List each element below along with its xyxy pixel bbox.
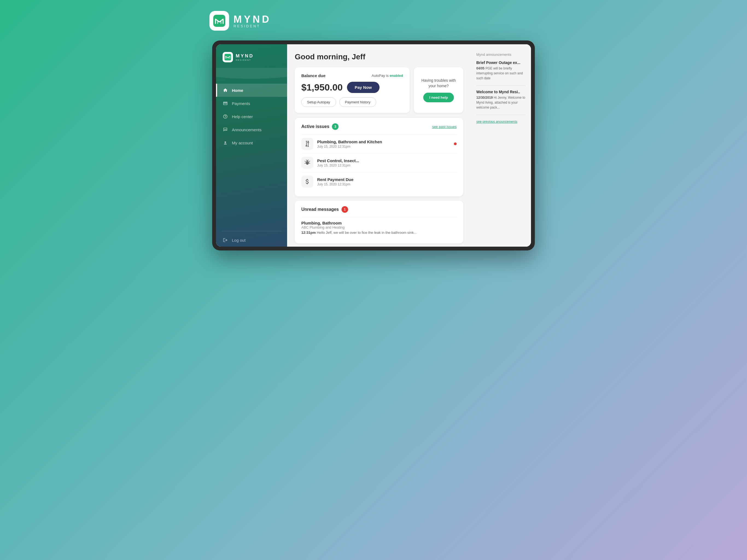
logout-button[interactable]: Log out (216, 233, 287, 247)
balance-actions: Setup Autopay Payment history (301, 97, 403, 107)
payments-icon (223, 101, 228, 106)
issue-date-plumbing: July 15, 2020 12:31pm (317, 145, 450, 149)
issue-info-pest: Pest Control, Insect... July 15, 2020 12… (317, 158, 457, 167)
tablet-inner: MYND RESIDENT Home Payments (216, 44, 531, 247)
messages-count-badge: 1 (341, 206, 348, 213)
sidebar-item-announcements[interactable]: Announcements (216, 123, 287, 136)
msg-time: 12:31pm (301, 230, 316, 235)
ann-divider-2 (476, 115, 525, 115)
help-icon (223, 114, 228, 119)
top-brand-bar: MYND RESIDENT (209, 11, 538, 31)
issue-active-dot (454, 143, 457, 145)
brand-name-text: MYND RESIDENT (233, 14, 271, 28)
payment-history-button[interactable]: Payment history (339, 97, 376, 107)
message-item-plumbing[interactable]: Plumbing, Bathroom ABC Plumbing and Heat… (301, 217, 457, 238)
svg-point-3 (307, 161, 307, 162)
issue-title-pest: Pest Control, Insect... (317, 158, 457, 163)
sidebar-item-payments[interactable]: Payments (216, 97, 287, 110)
rent-icon (301, 176, 313, 187)
logout-label: Log out (232, 238, 246, 243)
ann-date-0: 04/05 (476, 67, 485, 70)
ann-body-0: 04/05 PGE will be briefly interrupting s… (476, 66, 525, 81)
home-icon (223, 87, 228, 93)
see-prev-link[interactable]: see previous anouncements (476, 120, 517, 124)
pay-now-button[interactable]: Pay Now (347, 82, 380, 93)
msg-preview: 12:31pm Hello Jeff, we will be over to f… (301, 230, 457, 235)
sidebar-wave-decoration (216, 68, 287, 81)
sidebar: MYND RESIDENT Home Payments (216, 44, 287, 247)
brand-subtitle: RESIDENT (233, 24, 271, 28)
balance-label: Balance due (301, 73, 325, 78)
help-card: Having troubles with your home? I need h… (414, 67, 463, 113)
balance-amount: $1,950.00 (301, 82, 343, 93)
sidebar-logo: MYND RESIDENT (216, 44, 287, 68)
issue-info-rent: Rent Payment Due July 15, 2020 12:31pm (317, 177, 457, 186)
sidebar-item-help-center[interactable]: Help center (216, 110, 287, 123)
sidebar-divider (222, 231, 282, 231)
sidebar-help-label: Help center (232, 114, 253, 119)
balance-header: Balance due AutoPay is enabled (301, 73, 403, 78)
setup-autopay-button[interactable]: Setup Autopay (301, 97, 336, 107)
msg-body: Hello Jeff, we will be over to fice the … (317, 230, 416, 235)
balance-card: Balance due AutoPay is enabled $1,950.00… (295, 67, 410, 113)
issues-title: Active issues (301, 124, 329, 129)
ann-title-1: Welcome to Mynd Resi.. (476, 90, 525, 94)
i-need-help-button[interactable]: I need help (423, 93, 454, 102)
sidebar-nav: Home Payments Help center (216, 84, 287, 229)
sidebar-item-my-account[interactable]: My account (216, 136, 287, 149)
issue-date-pest: July 15, 2020 12:31pm (317, 163, 457, 167)
sidebar-item-home[interactable]: Home (216, 84, 287, 97)
announcement-item-1[interactable]: Welcome to Mynd Resi.. 12/30/2019 Hi Jen… (476, 90, 525, 110)
ann-body-1: 12/30/2019 Hi Jenny, Welcome to Mynd liv… (476, 95, 525, 110)
plumbing-icon (301, 138, 313, 150)
brand-mynd: MYND (233, 14, 271, 25)
main-content: Good morning, Jeff Balance due AutoPay i… (287, 44, 471, 247)
announcements-section-title: Mynd announcements (476, 52, 525, 57)
balance-row: $1,950.00 Pay Now (301, 82, 403, 93)
sidebar-brand-resident: RESIDENT (236, 59, 254, 61)
issue-date-rent: July 15, 2020 12:31pm (317, 182, 457, 186)
messages-header: Unread messages 1 (301, 206, 457, 213)
tablet-frame: MYND RESIDENT Home Payments (212, 41, 535, 251)
issues-title-row: Active issues 3 (301, 123, 338, 130)
svg-point-4 (308, 161, 308, 162)
sidebar-brand-mynd: MYND (236, 53, 254, 59)
right-panel: Mynd announcements Brief Power Outage ex… (471, 44, 531, 247)
sidebar-logo-box (223, 52, 233, 62)
ann-title-0: Brief Power Outage ex... (476, 60, 525, 65)
help-text: Having troubles with your home? (419, 78, 458, 88)
announcements-icon (223, 127, 228, 132)
unread-messages-card: Unread messages 1 Plumbing, Bathroom ABC… (295, 201, 463, 244)
brand-logo (209, 11, 229, 31)
sidebar-home-label: Home (232, 88, 243, 93)
sidebar-brand-text: MYND RESIDENT (236, 53, 254, 61)
messages-title-row: Unread messages 1 (301, 206, 348, 213)
messages-title: Unread messages (301, 207, 339, 212)
account-icon (223, 140, 228, 146)
issue-item-rent[interactable]: Rent Payment Due July 15, 2020 12:31pm (301, 172, 457, 191)
issue-item-plumbing[interactable]: Plumbing, Bathroom and Kitchen July 15, … (301, 134, 457, 153)
ann-divider (476, 85, 525, 86)
ann-date-1: 12/30/2019 (476, 96, 493, 100)
announcement-item-0[interactable]: Brief Power Outage ex... 04/05 PGE will … (476, 60, 525, 81)
issue-item-pest[interactable]: Pest Control, Insect... July 15, 2020 12… (301, 153, 457, 172)
svg-point-2 (306, 160, 309, 164)
msg-sender: Plumbing, Bathroom (301, 221, 457, 225)
issue-title-rent: Rent Payment Due (317, 177, 457, 182)
issues-header: Active issues 3 see past issues (301, 123, 457, 130)
issues-count-badge: 3 (332, 123, 338, 130)
autopay-enabled: enabled (390, 74, 403, 78)
see-past-issues-link[interactable]: see past issues (432, 125, 457, 129)
issue-title-plumbing: Plumbing, Bathroom and Kitchen (317, 139, 450, 144)
pest-icon (301, 157, 313, 169)
sidebar-payments-label: Payments (232, 101, 250, 106)
msg-company: ABC Plumbing and Heating (301, 225, 457, 229)
sidebar-account-label: My account (232, 141, 253, 145)
top-row: Balance due AutoPay is enabled $1,950.00… (295, 67, 463, 113)
sidebar-announcements-label: Announcements (232, 127, 261, 132)
page-greeting: Good morning, Jeff (295, 52, 463, 61)
logout-icon (223, 237, 228, 243)
issue-info-plumbing: Plumbing, Bathroom and Kitchen July 15, … (317, 139, 450, 149)
active-issues-card: Active issues 3 see past issues Plumbing… (295, 118, 463, 196)
autopay-status: AutoPay is enabled (371, 74, 403, 78)
